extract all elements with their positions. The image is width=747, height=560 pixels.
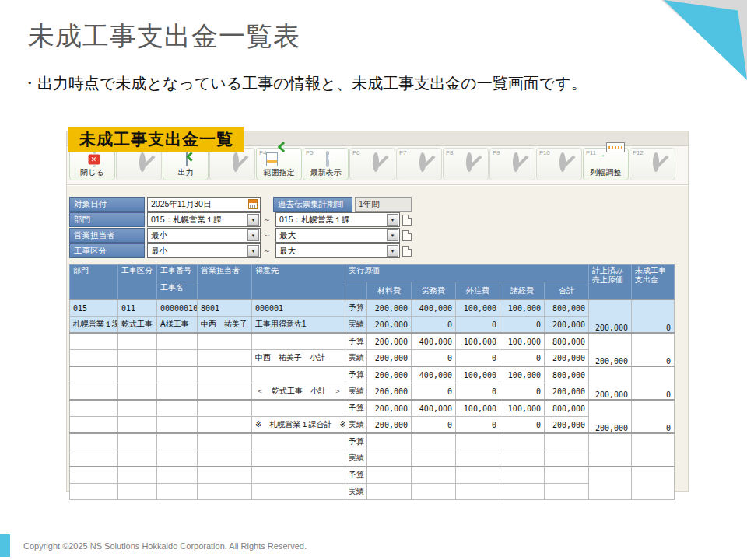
grid-container: 部門工事区分工事番号営業担当者得意先実行原価計上済み 売上原価未成工事 支出金工… bbox=[69, 264, 688, 500]
filter-row-1: 営業担当者最小～最大 bbox=[69, 228, 688, 243]
grid-cell: 実績 bbox=[345, 417, 367, 434]
grid-cell bbox=[198, 350, 252, 367]
grid-cell: 200,000 bbox=[545, 383, 589, 401]
range-from-select[interactable]: 最小 bbox=[147, 228, 261, 243]
grid-cell bbox=[157, 484, 198, 500]
range-to-select[interactable]: 015：札幌営業１課 bbox=[275, 212, 400, 227]
grid-row[interactable]: 予算200,000400,000100,000100,000800,000200… bbox=[70, 366, 675, 383]
grid-cell bbox=[589, 467, 632, 500]
grid-row[interactable]: ※ 札幌営業１課合計 ※実績200,000000200,000 bbox=[70, 417, 675, 434]
grid-cell: 400,000 bbox=[412, 400, 456, 417]
grid-cell bbox=[500, 467, 545, 484]
disabled-icon bbox=[233, 152, 239, 172]
slide-bullet: ・出力時点で未成となっている工事の情報と、未成工事支出金の一覧画面です。 bbox=[22, 73, 587, 94]
period-label: 過去伝票集計期間 bbox=[273, 197, 352, 212]
grid-cell bbox=[252, 333, 345, 350]
filter-row-date: 対象日付2025年11月30日過去伝票集計期間1年間 bbox=[69, 197, 688, 212]
grid-row[interactable]: 実績 bbox=[70, 450, 675, 467]
slide: 未成工事支出金一覧表 ・出力時点で未成となっている工事の情報と、未成工事支出金の… bbox=[0, 0, 747, 560]
grid-cell: 200,000 bbox=[367, 317, 412, 334]
grid-row[interactable]: 実績 bbox=[70, 484, 675, 500]
grid-header-cell: 労務費 bbox=[412, 282, 456, 300]
list-lookup-icon[interactable] bbox=[402, 246, 412, 257]
grid-cell: 0 bbox=[456, 317, 500, 334]
grid-cell bbox=[252, 400, 345, 417]
range-to-select[interactable]: 最大 bbox=[275, 228, 400, 243]
grid-cell: 予算 bbox=[345, 400, 367, 417]
toolbar-button-close[interactable]: 閉じる bbox=[69, 148, 115, 180]
grid-cell bbox=[70, 333, 118, 350]
toolbar-button-disabled: F7 bbox=[396, 148, 442, 180]
grid-cell bbox=[367, 467, 412, 484]
toolbar-button-refresh[interactable]: F5最新表示 bbox=[303, 148, 349, 180]
grid-cell bbox=[545, 450, 589, 467]
grid-row[interactable]: ＜ 乾式工事 小計 ＞実績200,000000200,000 bbox=[70, 383, 675, 401]
grid-row[interactable]: 予算 bbox=[70, 467, 675, 484]
grid-cell bbox=[198, 417, 252, 434]
grid-cell: 100,000 bbox=[456, 299, 500, 317]
grid-cell: 中西 祐美子 bbox=[198, 317, 252, 334]
grid-row[interactable]: 札幌営業１課乾式工事A様工事中西 祐美子工事用得意先1実績200,0000002… bbox=[70, 317, 675, 334]
grid-cell bbox=[500, 433, 545, 450]
grid-cell: 015 bbox=[70, 299, 118, 317]
grid-cell bbox=[500, 450, 545, 467]
grid-cell bbox=[70, 433, 118, 450]
list-lookup-icon[interactable] bbox=[402, 230, 412, 241]
grid-header-cell bbox=[345, 282, 367, 300]
range-from-select[interactable]: 015：札幌営業１課 bbox=[147, 212, 261, 227]
range-tilde: ～ bbox=[261, 215, 273, 226]
grid-cell bbox=[118, 350, 157, 367]
chevron-down-icon[interactable] bbox=[247, 214, 259, 226]
grid-cell: 0 bbox=[632, 400, 675, 433]
grid-row[interactable]: 中西 祐美子 小計実績200,000000200,000 bbox=[70, 350, 675, 367]
grid-cell bbox=[70, 417, 118, 434]
grid-row[interactable]: 015011000000108001000001予算200,000400,000… bbox=[70, 299, 675, 317]
chevron-down-icon[interactable] bbox=[387, 214, 398, 226]
grid-cell bbox=[367, 433, 412, 450]
calendar-icon[interactable] bbox=[248, 199, 258, 209]
grid-cell bbox=[70, 450, 118, 467]
grid-row[interactable]: 予算200,000400,000100,000100,000800,000200… bbox=[70, 333, 675, 350]
grid-cell bbox=[252, 366, 345, 383]
filter-label: 部門 bbox=[69, 212, 145, 227]
grid-cell bbox=[198, 433, 252, 450]
grid-cell: 0 bbox=[632, 366, 675, 400]
fkey-label: F10 bbox=[539, 149, 550, 156]
chevron-down-icon[interactable] bbox=[387, 245, 398, 257]
fkey-label: F7 bbox=[399, 149, 406, 156]
grid-cell: 0 bbox=[456, 417, 500, 434]
grid-cell: A様工事 bbox=[157, 317, 198, 334]
grid-cell: 予算 bbox=[345, 433, 367, 450]
toolbar-button-range[interactable]: F4範囲指定 bbox=[256, 148, 302, 180]
grid-header-cell: 工事番号 bbox=[157, 265, 198, 282]
range-from-select[interactable]: 最小 bbox=[147, 243, 261, 258]
grid-cell: 0 bbox=[412, 350, 456, 367]
toolbar-button-label: 列幅調整 bbox=[584, 167, 628, 178]
grid-row[interactable]: 予算200,000400,000100,000100,000800,000200… bbox=[70, 400, 675, 417]
disabled-icon bbox=[373, 152, 379, 172]
grid-cell: 200,000 bbox=[545, 350, 589, 367]
chevron-down-icon[interactable] bbox=[387, 229, 398, 241]
grid-cell bbox=[118, 450, 157, 467]
grid-row[interactable]: 予算 bbox=[70, 433, 675, 450]
grid-cell: 予算 bbox=[345, 467, 367, 484]
list-lookup-icon[interactable] bbox=[402, 215, 412, 226]
disabled-icon bbox=[653, 152, 659, 172]
grid-cell bbox=[198, 333, 252, 350]
grid-cell bbox=[456, 484, 500, 500]
grid-cell bbox=[252, 433, 345, 450]
chevron-down-icon[interactable] bbox=[247, 245, 259, 257]
grid-cell: 00000010 bbox=[157, 299, 198, 317]
range-to-select[interactable]: 最大 bbox=[275, 243, 400, 258]
fkey-label: F8 bbox=[446, 149, 453, 156]
grid-cell bbox=[157, 433, 198, 450]
grid-cell: 乾式工事 bbox=[118, 317, 157, 334]
chevron-down-icon[interactable] bbox=[247, 229, 259, 241]
toolbar-button-printer[interactable]: 出力 bbox=[163, 148, 209, 180]
grid-cell: 100,000 bbox=[500, 299, 545, 317]
grid-cell: 0 bbox=[412, 417, 456, 434]
target-date-input[interactable]: 2025年11月30日 bbox=[147, 197, 261, 212]
toolbar-button-colwidth[interactable]: F11列幅調整 bbox=[583, 148, 629, 180]
grid-cell: 100,000 bbox=[500, 400, 545, 417]
grid-cell: 011 bbox=[118, 299, 157, 317]
